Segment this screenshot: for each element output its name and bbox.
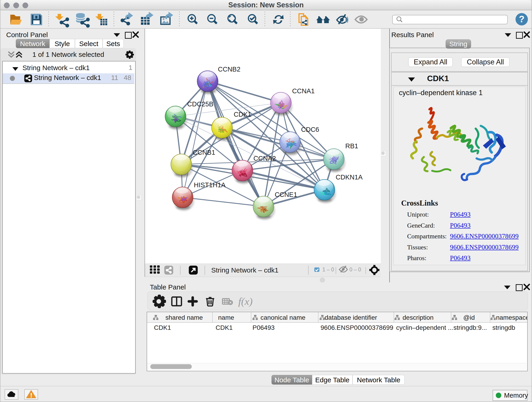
svg-text:stringdb: stringdb (492, 324, 515, 331)
svg-text:CDK1: CDK1 (154, 324, 171, 331)
svg-text:?: ? (519, 14, 525, 24)
svg-text:CCNE1: CCNE1 (275, 191, 297, 198)
svg-text:CDKN1A: CDKN1A (336, 173, 363, 181)
svg-text:HIST1H1A: HIST1H1A (194, 181, 226, 189)
svg-text:name: name (218, 314, 234, 321)
svg-text:CCNA1: CCNA1 (292, 87, 315, 95)
svg-text:0 – 0: 0 – 0 (349, 267, 361, 273)
svg-text:CCNA2: CCNA2 (253, 155, 276, 162)
svg-text:RB1: RB1 (345, 142, 358, 150)
svg-text:1 – 0: 1 – 0 (322, 267, 334, 273)
svg-text:CDK1: CDK1 (234, 111, 251, 118)
svg-text:namespace: namespace (496, 314, 527, 321)
svg-text:cyclin–dependent ...: cyclin–dependent ... (396, 324, 453, 331)
svg-text:CDC25B: CDC25B (187, 100, 213, 108)
svg-text:stringdb:9...: stringdb:9... (453, 324, 487, 331)
svg-text:canonical name: canonical name (260, 314, 305, 321)
svg-text:shared name: shared name (165, 314, 203, 321)
svg-text:@id: @id (463, 314, 475, 321)
svg-text:description: description (403, 314, 433, 321)
svg-text:CCNB2: CCNB2 (218, 65, 240, 73)
svg-text:CDC6: CDC6 (301, 126, 319, 133)
svg-text:P06493: P06493 (253, 324, 275, 331)
svg-text:f(x): f(x) (238, 296, 253, 307)
svg-text:CDK1: CDK1 (215, 324, 233, 331)
svg-text:CCNB1: CCNB1 (193, 149, 215, 156)
svg-text:9606.ENSP00000378699: 9606.ENSP00000378699 (321, 324, 393, 331)
svg-text:database identifier: database identifier (325, 314, 377, 321)
